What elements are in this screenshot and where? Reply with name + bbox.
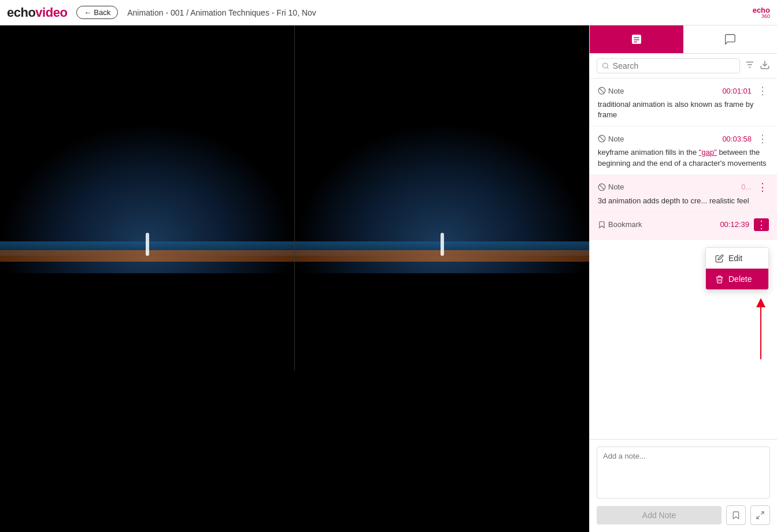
video-area[interactable] [0, 25, 589, 532]
bookmark-item-1: Bookmark 00:12:39 ⋮ [590, 213, 777, 240]
video-bottom [0, 370, 589, 532]
bookmark-header-1: Bookmark 00:12:39 ⋮ [598, 218, 769, 231]
context-menu-delete[interactable]: Delete [706, 269, 768, 289]
back-label: Back [94, 8, 110, 17]
tab-chat[interactable] [683, 25, 777, 53]
note-item-1: Note 00:01:01 ⋮ traditional animation is… [590, 79, 777, 127]
note-item-3: Note 0... ⋮ 3d animation adds depth to c… [590, 175, 777, 213]
delete-icon [715, 275, 724, 284]
add-note-button[interactable]: Add Note [597, 506, 722, 524]
sidebar-tabs [590, 25, 777, 54]
chat-tab-icon [724, 33, 737, 46]
header: echovideo ← Back Animation - 001 / Anima… [0, 0, 777, 25]
search-icon [602, 62, 609, 70]
filter-icon[interactable] [745, 59, 755, 73]
add-note-footer: Add Note [597, 505, 770, 525]
person-silhouette-right [441, 233, 444, 256]
bookmark-btn[interactable] [726, 505, 746, 525]
echo360-logo: echo 360 [753, 6, 770, 19]
tab-notes[interactable] [590, 25, 683, 53]
search-bar [590, 54, 777, 79]
note-header-2: Note 00:03:58 ⋮ [598, 132, 769, 145]
expand-icon [756, 511, 765, 520]
svg-line-17 [757, 516, 760, 519]
person-silhouette [146, 233, 149, 256]
logo: echovideo [7, 5, 67, 20]
edit-label: Edit [728, 254, 742, 263]
context-menu: Edit Delete [705, 247, 769, 290]
logo-video: video [35, 5, 67, 20]
echo360-echo: echo [753, 6, 770, 14]
notes-tab-icon [630, 33, 643, 46]
add-note-area: Add Note [590, 439, 777, 532]
breadcrumb: Animation - 001 / Animation Techniques -… [127, 8, 316, 17]
svg-line-13 [600, 136, 604, 141]
video-frame-right[interactable] [295, 25, 589, 370]
bookmark-icon [598, 221, 606, 229]
video-frame-left[interactable] [0, 25, 295, 370]
search-icons [745, 59, 770, 73]
context-menu-edit[interactable]: Edit [706, 248, 768, 269]
logo-echo: echo [7, 5, 35, 20]
bookmark-type-1: Bookmark [598, 220, 642, 229]
note-item-2: Note 00:03:58 ⋮ keyframe animation fills… [590, 127, 777, 174]
svg-line-15 [600, 185, 604, 189]
note-time-1[interactable]: 00:01:01 [722, 87, 752, 95]
note-menu-btn-2[interactable]: ⋮ [756, 132, 769, 145]
note-menu-btn-3[interactable]: ⋮ [756, 181, 769, 194]
video-scene-left [0, 123, 294, 273]
svg-line-5 [607, 67, 608, 68]
edit-icon [715, 254, 724, 263]
filter-svg [745, 59, 755, 70]
note-header-1: Note 00:01:01 ⋮ [598, 84, 769, 97]
svg-line-11 [600, 88, 604, 93]
note-icon-1 [598, 87, 606, 95]
back-arrow-icon: ← [84, 8, 91, 17]
expand-btn[interactable] [750, 505, 770, 525]
note-type-2: Note [598, 135, 624, 143]
delete-label: Delete [728, 274, 752, 284]
bookmark-btn-icon [731, 511, 741, 520]
bookmark-menu-btn-1[interactable]: ⋮ [754, 218, 769, 231]
note-type-1: Note [598, 87, 624, 95]
note-text-2: keyframe animation fills in the "gap" be… [598, 147, 769, 168]
search-input-wrap[interactable] [597, 58, 740, 73]
video-scene-right [295, 123, 589, 273]
note-header-3: Note 0... ⋮ [598, 181, 769, 194]
svg-point-4 [603, 63, 608, 68]
note-text-3: 3d animation adds depth to cre... realis… [598, 196, 769, 206]
download-svg [760, 59, 770, 70]
arrow-annotation [756, 298, 765, 359]
arrow-head [756, 298, 765, 307]
notes-list: Note 00:01:01 ⋮ traditional animation is… [590, 79, 777, 439]
bookmark-time-1[interactable]: 00:12:39 [720, 220, 749, 229]
note-time-3[interactable]: 0... [741, 183, 752, 191]
svg-line-16 [761, 512, 764, 515]
search-input[interactable] [613, 61, 735, 70]
echo360-360: 360 [761, 14, 770, 19]
note-text-1: traditional animation is also known as f… [598, 99, 769, 120]
note-menu-btn-1[interactable]: ⋮ [756, 84, 769, 97]
add-note-textarea[interactable] [597, 447, 770, 498]
note-type-3: Note [598, 183, 624, 191]
arrow-line [760, 307, 761, 359]
main-layout: Note 00:01:01 ⋮ traditional animation is… [0, 25, 777, 532]
back-button[interactable]: ← Back [76, 6, 118, 19]
note-icon-2 [598, 135, 606, 143]
download-icon[interactable] [760, 59, 770, 73]
note-icon-3 [598, 183, 606, 191]
note-time-2[interactable]: 00:03:58 [722, 135, 752, 143]
video-top [0, 25, 589, 370]
sidebar: Note 00:01:01 ⋮ traditional animation is… [589, 25, 777, 532]
